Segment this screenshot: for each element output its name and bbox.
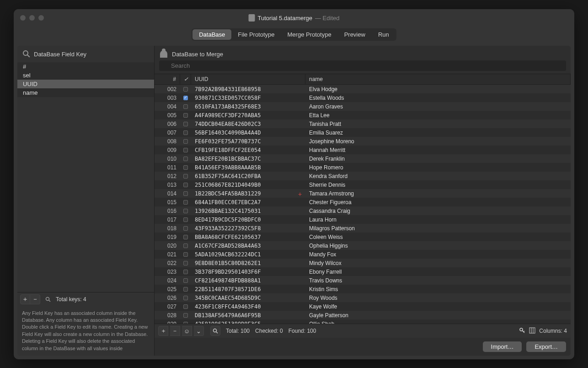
- cell-num: 023: [155, 269, 180, 275]
- table-row[interactable]: 0215ADA1029ACB632224DC1Mandy Fox: [155, 250, 571, 259]
- table-row[interactable]: 013251C06867E821D4049B0Sherrie Dennis: [155, 180, 571, 189]
- table-row[interactable]: 019BBA8A68CFCFE62105637Coleen Weiss: [155, 233, 571, 241]
- dropdown-button[interactable]: ⌄: [194, 326, 204, 336]
- table-row[interactable]: 0141B22BDC54FA5BAB31229Tamara Armstrong: [155, 189, 571, 198]
- search-input[interactable]: [159, 60, 566, 71]
- table-row[interactable]: 0229E8D8E01B5C80D8262E1Mindy Wilcox: [155, 259, 571, 267]
- remove-key-button[interactable]: －: [30, 294, 40, 304]
- table-row[interactable]: 0046510FA173AB4325F68E3Aaron Graves: [155, 102, 571, 111]
- zoom-window-button[interactable]: [38, 15, 44, 21]
- table-row[interactable]: 024CF821649874BFDB888A1Travis Downs: [155, 276, 571, 285]
- search-icon[interactable]: [43, 294, 53, 304]
- add-row-button[interactable]: ＋: [158, 326, 168, 336]
- table-row[interactable]: 02942581986251389D8E3C5Ollie Shah: [155, 319, 571, 324]
- content-area: DataBase Field Key # sel UUID name ＋ － T…: [17, 46, 571, 356]
- row-checkbox[interactable]: [183, 191, 188, 196]
- table-row[interactable]: 010BA82EFE20B1BCBBAC37CDerek Franklin: [155, 154, 571, 163]
- row-checkbox[interactable]: [183, 130, 188, 135]
- cell-uuid: 74DDCB04EA8E426D02C3: [191, 121, 305, 127]
- table-row[interactable]: 011B41A56EF39ABB8AAAB5BHope Romero: [155, 163, 571, 172]
- cell-num: 025: [155, 286, 180, 292]
- table-row[interactable]: 02522B51148707F38571DE6Kristin Sims: [155, 285, 571, 293]
- cell-sel: [180, 148, 191, 152]
- row-checkbox[interactable]: [183, 200, 188, 205]
- row-checkbox[interactable]: [183, 296, 188, 300]
- table-row[interactable]: 003930871C33ED057CC058FEstella Woods: [155, 93, 571, 102]
- column-header-uuid[interactable]: UUID: [191, 74, 305, 84]
- sidebar: DataBase Field Key # sel UUID name ＋ － T…: [17, 46, 155, 356]
- table-row[interactable]: 009CFB19FE18DFFCF2EE054Hannah Merritt: [155, 146, 571, 154]
- bottom-search-button[interactable]: [210, 326, 220, 336]
- table-row[interactable]: 020A1C67CF2BAD528BA4A63Ophelia Higgins: [155, 241, 571, 250]
- row-checkbox[interactable]: [183, 252, 188, 257]
- document-icon: [249, 14, 255, 22]
- row-checkbox[interactable]: [183, 209, 188, 213]
- export-button[interactable]: Export…: [526, 341, 566, 352]
- row-checkbox[interactable]: [183, 183, 188, 187]
- cell-name: Derek Franklin: [305, 156, 571, 162]
- row-checkbox[interactable]: [183, 165, 188, 170]
- row-checkbox[interactable]: [183, 244, 188, 248]
- cell-sel: [180, 183, 191, 187]
- row-checkbox[interactable]: [183, 157, 188, 161]
- row-checkbox[interactable]: [183, 122, 188, 126]
- table-row[interactable]: 015684A1FB0ECC0E7EBC2A7Chester Figueroa: [155, 198, 571, 206]
- stat-found: Found: 100: [289, 328, 316, 334]
- import-button[interactable]: Import…: [483, 341, 522, 352]
- main-panel: DataBase to Merge # ✓ UUID name 0027B92A…: [155, 46, 571, 356]
- field-key-hash[interactable]: #: [17, 62, 154, 71]
- row-checkbox[interactable]: [183, 96, 188, 100]
- row-checkbox[interactable]: [183, 226, 188, 231]
- row-checkbox[interactable]: [183, 313, 188, 318]
- table-row[interactable]: 0274236F1C8FFC4A9463F40Kaye Wolfe: [155, 302, 571, 311]
- cell-uuid: 8ED417B9CDC5F20BDFC0: [191, 216, 305, 223]
- table-row[interactable]: 00756BF16403C4090BA4A4DEmilia Suarez: [155, 128, 571, 137]
- cell-sel: [180, 217, 191, 222]
- row-checkbox[interactable]: [183, 113, 188, 118]
- row-checkbox[interactable]: [183, 139, 188, 144]
- cell-name: Aaron Graves: [305, 103, 571, 110]
- tab-file-prototype[interactable]: File Prototype: [231, 29, 281, 40]
- row-checkbox[interactable]: [183, 270, 188, 274]
- cell-uuid: 684A1FB0ECC0E7EBC2A7: [191, 199, 305, 206]
- table-row[interactable]: 00674DDCB04EA8E426D02C3Tanisha Pratt: [155, 119, 571, 128]
- table-row[interactable]: 026345BC0CAAEC54D685D9CRoy Woods: [155, 293, 571, 302]
- column-header-sel[interactable]: ✓: [180, 74, 191, 84]
- close-window-button[interactable]: [20, 15, 26, 21]
- table-row[interactable]: 01843F933A352227392C5F8Milagros Patterso…: [155, 224, 571, 233]
- row-checkbox[interactable]: [183, 87, 188, 92]
- field-key-sel[interactable]: sel: [17, 71, 154, 80]
- row-checkbox[interactable]: [183, 217, 188, 222]
- tab-database[interactable]: DataBase: [192, 29, 231, 40]
- table-body[interactable]: 0027B92A2B9B4331E868958Elva Hodge0039308…: [155, 85, 571, 324]
- table-row[interactable]: 008FE6F032FE75A770B737CJosephine Moreno: [155, 137, 571, 146]
- field-key-name[interactable]: name: [17, 88, 154, 97]
- table-row[interactable]: 0027B92A2B9B4331E868958Elva Hodge: [155, 85, 571, 93]
- row-checkbox[interactable]: [183, 235, 188, 239]
- column-header-num[interactable]: #: [155, 74, 180, 84]
- field-key-uuid[interactable]: UUID: [17, 80, 154, 88]
- tab-run[interactable]: Run: [372, 29, 396, 40]
- table-row[interactable]: 0233B378F9BD29501403F6FEbony Farrell: [155, 267, 571, 276]
- cell-sel: [180, 130, 191, 135]
- emoji-button[interactable]: ☺: [182, 326, 192, 336]
- add-key-button[interactable]: ＋: [20, 294, 30, 304]
- column-header-name[interactable]: name: [305, 74, 571, 84]
- row-checkbox[interactable]: [183, 148, 188, 152]
- cell-name: Chester Figueroa: [305, 199, 571, 206]
- row-checkbox[interactable]: [183, 278, 188, 283]
- row-checkbox[interactable]: [183, 174, 188, 179]
- row-checkbox[interactable]: [183, 304, 188, 309]
- row-checkbox[interactable]: [183, 287, 188, 292]
- table-row[interactable]: 028DB138AF56479A6A6F95BGayle Patterson: [155, 311, 571, 319]
- tab-merge-prototype[interactable]: Merge Prototype: [281, 29, 338, 40]
- row-checkbox[interactable]: [183, 261, 188, 265]
- table-row[interactable]: 0178ED417B9CDC5F20BDFC0Laura Horn: [155, 215, 571, 224]
- row-checkbox[interactable]: [183, 104, 188, 109]
- tab-preview[interactable]: Preview: [338, 29, 372, 40]
- remove-row-button[interactable]: －: [170, 326, 180, 336]
- table-row[interactable]: 01261B352F75AC641C20FBAKendra Sanford: [155, 172, 571, 180]
- table-row[interactable]: 01613926BBAE132C4175031Cassandra Craig: [155, 206, 571, 215]
- minimize-window-button[interactable]: [29, 15, 35, 21]
- table-row[interactable]: 005A4FA989ECF3DF270ABA5Etta Lee: [155, 111, 571, 119]
